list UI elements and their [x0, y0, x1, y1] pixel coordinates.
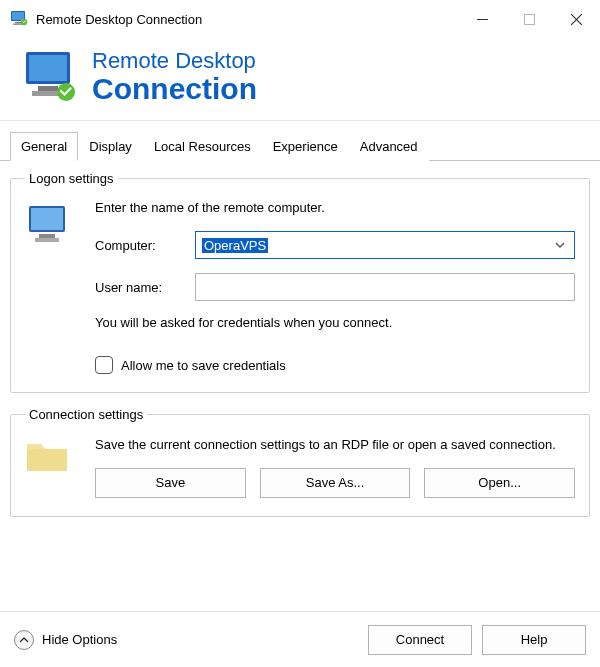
username-label: User name:	[95, 280, 195, 295]
svg-rect-11	[38, 86, 58, 91]
folder-icon	[25, 436, 81, 498]
connection-settings-group: Connection settings Save the current con…	[10, 407, 590, 517]
save-as-button[interactable]: Save As...	[260, 468, 411, 498]
maximize-button[interactable]	[506, 0, 553, 38]
banner-line-1: Remote Desktop	[92, 50, 257, 72]
connection-legend: Connection settings	[25, 407, 147, 422]
computer-icon	[25, 200, 81, 374]
tab-strip: General Display Local Resources Experien…	[0, 131, 600, 161]
options-toggle-label: Hide Options	[42, 632, 117, 647]
minimize-button[interactable]	[459, 0, 506, 38]
tab-experience[interactable]: Experience	[262, 132, 349, 161]
open-button[interactable]: Open...	[424, 468, 575, 498]
footer-bar: Hide Options Connect Help	[0, 611, 600, 667]
window-title: Remote Desktop Connection	[36, 12, 459, 27]
options-toggle[interactable]: Hide Options	[14, 630, 358, 650]
save-button[interactable]: Save	[95, 468, 246, 498]
svg-rect-10	[29, 55, 67, 81]
connect-button[interactable]: Connect	[368, 625, 472, 655]
rdc-icon	[20, 48, 78, 106]
svg-rect-17	[35, 238, 59, 242]
chevron-down-icon	[554, 239, 566, 254]
svg-rect-16	[39, 234, 55, 238]
tab-general[interactable]: General	[10, 132, 78, 161]
app-icon	[10, 10, 28, 28]
svg-rect-6	[525, 14, 535, 24]
close-button[interactable]	[553, 0, 600, 38]
computer-combobox[interactable]: OperaVPS	[195, 231, 575, 259]
computer-label: Computer:	[95, 238, 195, 253]
logon-legend: Logon settings	[25, 171, 118, 186]
logon-settings-group: Logon settings Enter the name of the rem…	[10, 171, 590, 393]
allow-save-checkbox[interactable]	[95, 356, 113, 374]
svg-rect-2	[15, 22, 21, 24]
help-button[interactable]: Help	[482, 625, 586, 655]
svg-rect-1	[12, 12, 24, 20]
svg-rect-15	[31, 208, 63, 230]
credentials-hint: You will be asked for credentials when y…	[95, 315, 575, 330]
header-banner: Remote Desktop Connection	[0, 38, 600, 121]
tab-advanced[interactable]: Advanced	[349, 132, 429, 161]
tab-local-resources[interactable]: Local Resources	[143, 132, 262, 161]
computer-value: OperaVPS	[202, 238, 268, 253]
chevron-up-icon	[14, 630, 34, 650]
logon-intro: Enter the name of the remote computer.	[95, 200, 575, 215]
connection-text: Save the current connection settings to …	[95, 436, 575, 454]
allow-save-label: Allow me to save credentials	[121, 358, 286, 373]
titlebar: Remote Desktop Connection	[0, 0, 600, 38]
banner-line-2: Connection	[92, 72, 257, 105]
username-input[interactable]	[195, 273, 575, 301]
tab-display[interactable]: Display	[78, 132, 143, 161]
